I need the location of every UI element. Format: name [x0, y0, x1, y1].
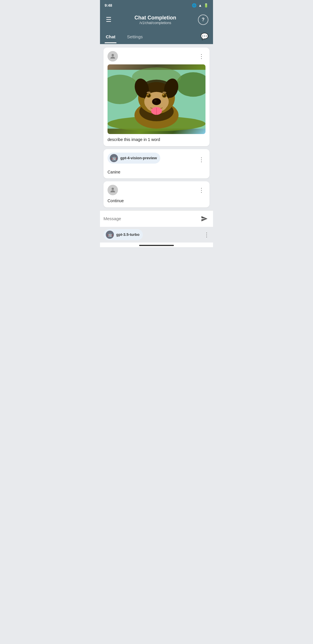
- status-bar: 9:48 🌐 ▲ 🔋: [100, 0, 213, 10]
- robot-icon-2: 🤖: [106, 231, 114, 239]
- more-vert-icon-1[interactable]: ⋮: [197, 52, 205, 60]
- ai-model-badge: 🤖 gpt-4-vision-preview: [108, 153, 160, 164]
- chat-area: ⋮: [100, 44, 213, 207]
- ai-model-label: gpt-4-vision-preview: [120, 156, 157, 160]
- ai-message-text-1: Canine: [108, 169, 205, 175]
- home-indicator: [100, 243, 213, 247]
- message-input[interactable]: [103, 216, 199, 221]
- send-icon: [201, 215, 208, 222]
- tab-chat[interactable]: Chat: [105, 30, 117, 43]
- signal-icon: ▲: [198, 3, 202, 8]
- status-icons: 🌐 ▲ 🔋: [192, 3, 208, 8]
- home-bar: [139, 245, 174, 246]
- svg-point-26: [147, 92, 151, 94]
- user-message-2: ⋮ Continue: [103, 181, 210, 207]
- svg-point-28: [112, 188, 114, 190]
- wifi-icon: 🌐: [192, 3, 196, 8]
- app-bar: ☰ Chat Completion /v1/chat/completions ?: [100, 10, 213, 29]
- svg-point-15: [154, 100, 156, 102]
- ai-message-1: 🤖 gpt-4-vision-preview ⋮ Canine: [103, 149, 210, 179]
- message-input-bar: [100, 210, 213, 227]
- tab-settings[interactable]: Settings: [126, 30, 144, 43]
- help-icon[interactable]: ?: [198, 15, 208, 25]
- message-header-3: ⋮: [108, 185, 205, 195]
- battery-icon: 🔋: [204, 3, 208, 8]
- user-message-text-1: describe this image in 1 word: [108, 137, 205, 143]
- user-avatar-2: [108, 185, 118, 195]
- svg-point-0: [112, 54, 114, 56]
- gpt35-label: gpt-3.5-turbo: [116, 232, 139, 237]
- svg-point-23: [163, 95, 164, 95]
- more-vert-icon-4[interactable]: ⋮: [204, 231, 210, 238]
- app-title: Chat Completion: [113, 15, 198, 21]
- send-button[interactable]: [199, 214, 210, 224]
- user-message-text-2: Continue: [108, 198, 205, 204]
- compose-icon[interactable]: 💬: [201, 33, 208, 40]
- tabs: Chat Settings: [105, 30, 144, 43]
- svg-point-19: [148, 95, 149, 95]
- tab-bar: Chat Settings 💬: [100, 29, 213, 44]
- gpt35-row: 🤖 gpt-3.5-turbo ⋮: [100, 227, 213, 243]
- dog-image: [108, 64, 205, 134]
- user-avatar-1: [108, 51, 118, 61]
- user-message-1: ⋮: [103, 48, 210, 146]
- svg-point-27: [162, 92, 166, 94]
- robot-icon: 🤖: [110, 154, 118, 162]
- message-header-2: 🤖 gpt-4-vision-preview ⋮: [108, 153, 205, 167]
- gpt35-badge: 🤖 gpt-3.5-turbo: [103, 229, 143, 240]
- more-vert-icon-2[interactable]: ⋮: [197, 155, 205, 164]
- svg-point-14: [152, 98, 161, 105]
- app-subtitle: /v1/chat/completions: [113, 21, 198, 25]
- app-bar-title: Chat Completion /v1/chat/completions: [113, 15, 198, 25]
- status-time: 9:48: [105, 3, 112, 8]
- message-header-1: ⋮: [108, 51, 205, 61]
- more-vert-icon-3[interactable]: ⋮: [197, 186, 205, 194]
- menu-icon[interactable]: ☰: [105, 15, 113, 25]
